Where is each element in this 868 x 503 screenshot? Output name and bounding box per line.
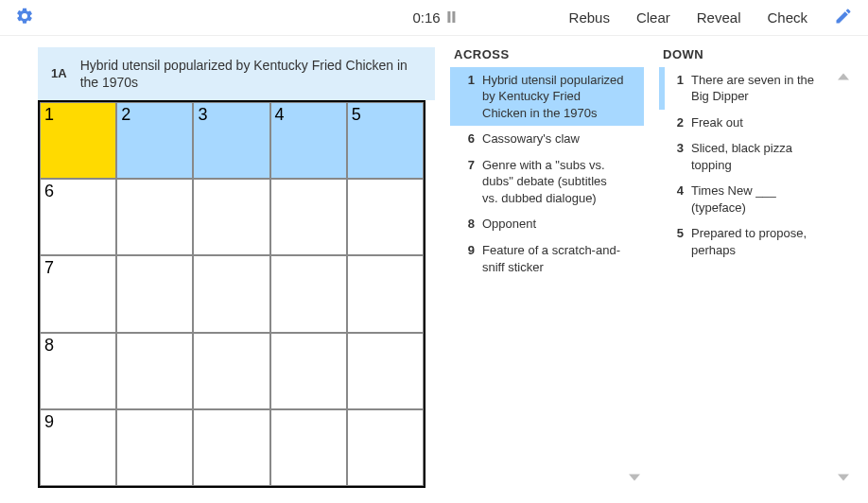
grid-cell[interactable] <box>347 333 424 409</box>
puzzle-panel: 1A Hybrid utensil popularized by Kentuck… <box>38 47 435 488</box>
clue-item[interactable]: 2Freak out <box>659 110 853 136</box>
clue-text: Freak out <box>691 114 847 131</box>
across-title: ACROSS <box>450 47 644 61</box>
toolbar: 0:16 Rebus Clear Reveal Check <box>0 0 868 36</box>
clue-item[interactable]: 5Prepared to propose, perhaps <box>659 220 853 263</box>
crossword-grid[interactable]: 123456789 <box>38 100 425 488</box>
grid-cell[interactable] <box>270 333 347 409</box>
grid-cell[interactable] <box>116 179 193 255</box>
down-column: DOWN 1There are seven in the Big Dipper2… <box>659 47 853 488</box>
main-area: 1A Hybrid utensil popularized by Kentuck… <box>0 36 868 503</box>
cell-number: 3 <box>198 105 207 125</box>
grid-cell[interactable] <box>347 409 424 486</box>
clue-number: 9 <box>460 242 475 275</box>
clue-item[interactable]: 4Times New ___ (typeface) <box>659 178 853 220</box>
clue-number: 1 <box>668 72 684 105</box>
clear-button[interactable]: Clear <box>636 9 670 26</box>
grid-cell[interactable]: 6 <box>40 179 116 255</box>
clue-number: 2 <box>668 114 684 131</box>
app-root: 0:16 Rebus Clear Reveal Check 1A Hybrid … <box>0 0 868 503</box>
clue-number: 3 <box>668 140 684 173</box>
down-title: DOWN <box>659 47 853 61</box>
clue-text: Sliced, black pizza topping <box>691 140 847 173</box>
cell-number: 6 <box>44 182 54 201</box>
clue-number: 1 <box>460 72 475 122</box>
cell-number: 1 <box>44 105 54 125</box>
cell-number: 5 <box>352 105 361 125</box>
clue-number: 6 <box>460 130 475 147</box>
grid-cell[interactable]: 3 <box>193 102 269 179</box>
clue-text: Opponent <box>482 216 638 233</box>
clue-number: 4 <box>668 182 684 216</box>
clue-text: Prepared to propose, perhaps <box>691 225 847 258</box>
clue-number: 7 <box>460 157 475 207</box>
clue-item[interactable]: 6Cassowary's claw <box>450 126 644 152</box>
check-button[interactable]: Check <box>767 9 807 26</box>
grid-cell[interactable] <box>193 179 269 255</box>
current-clue-number: 1A <box>51 66 67 80</box>
clue-item[interactable]: 1Hybrid utensil popularized by Kentucky … <box>450 67 644 127</box>
current-clue-bar: 1A Hybrid utensil popularized by Kentuck… <box>38 47 435 100</box>
clue-number: 8 <box>460 216 475 233</box>
grid-cell[interactable] <box>347 179 424 255</box>
grid-cell[interactable] <box>116 333 193 409</box>
grid-cell[interactable] <box>270 179 347 255</box>
grid-cell[interactable] <box>347 255 424 332</box>
grid-cell[interactable] <box>193 409 269 486</box>
clue-text: Genre with a "subs vs. dubs" debate (sub… <box>482 157 638 207</box>
grid-cell[interactable]: 2 <box>116 102 193 179</box>
toolbar-actions: Rebus Clear Reveal Check <box>569 7 853 28</box>
clue-text: Feature of a scratch-and-sniff sticker <box>482 242 638 275</box>
cell-number: 9 <box>44 412 54 432</box>
clue-number: 5 <box>668 225 684 258</box>
clue-item[interactable]: 8Opponent <box>450 211 644 237</box>
grid-cell[interactable]: 1 <box>40 102 116 179</box>
cell-number: 2 <box>121 105 130 125</box>
current-clue-text: Hybrid utensil popularized by Kentucky F… <box>80 57 422 91</box>
clue-item[interactable]: 9Feature of a scratch-and-sniff sticker <box>450 237 644 280</box>
pause-icon[interactable] <box>448 11 456 23</box>
rebus-button[interactable]: Rebus <box>569 9 610 26</box>
timer-value: 0:16 <box>412 9 440 26</box>
gear-icon[interactable] <box>15 7 34 28</box>
clue-item[interactable]: 7Genre with a "subs vs. dubs" debate (su… <box>450 152 644 212</box>
cell-number: 4 <box>275 105 285 125</box>
grid-cell[interactable]: 4 <box>270 102 347 179</box>
grid-cell[interactable]: 8 <box>40 333 116 409</box>
scroll-down-icon[interactable] <box>629 469 644 484</box>
grid-cell[interactable]: 9 <box>40 409 116 486</box>
grid-cell[interactable]: 7 <box>40 255 116 332</box>
grid-cell[interactable]: 5 <box>347 102 424 179</box>
clue-text: There are seven in the Big Dipper <box>691 72 847 105</box>
cell-number: 7 <box>44 258 54 278</box>
grid-cell[interactable] <box>193 333 269 409</box>
grid-cell[interactable] <box>193 255 269 332</box>
clue-item[interactable]: 3Sliced, black pizza topping <box>659 135 853 178</box>
cell-number: 8 <box>44 336 54 356</box>
clue-item[interactable]: 1There are seven in the Big Dipper <box>659 67 853 110</box>
grid-cell[interactable] <box>270 409 347 486</box>
grid-cell[interactable] <box>270 255 347 332</box>
pencil-icon[interactable] <box>834 7 853 28</box>
across-column: ACROSS 1Hybrid utensil popularized by Ke… <box>450 47 644 488</box>
clue-text: Cassowary's claw <box>482 130 638 147</box>
clue-lists: ACROSS 1Hybrid utensil popularized by Ke… <box>450 47 853 488</box>
scroll-down-icon[interactable] <box>838 469 853 484</box>
clue-text: Times New ___ (typeface) <box>691 182 847 216</box>
across-list: 1Hybrid utensil popularized by Kentucky … <box>450 67 644 488</box>
clue-text: Hybrid utensil popularized by Kentucky F… <box>482 72 638 122</box>
reveal-button[interactable]: Reveal <box>697 9 741 26</box>
grid-cell[interactable] <box>116 255 193 332</box>
down-list: 1There are seven in the Big Dipper2Freak… <box>659 67 853 488</box>
timer-group: 0:16 <box>412 9 455 26</box>
grid-cell[interactable] <box>116 409 193 486</box>
